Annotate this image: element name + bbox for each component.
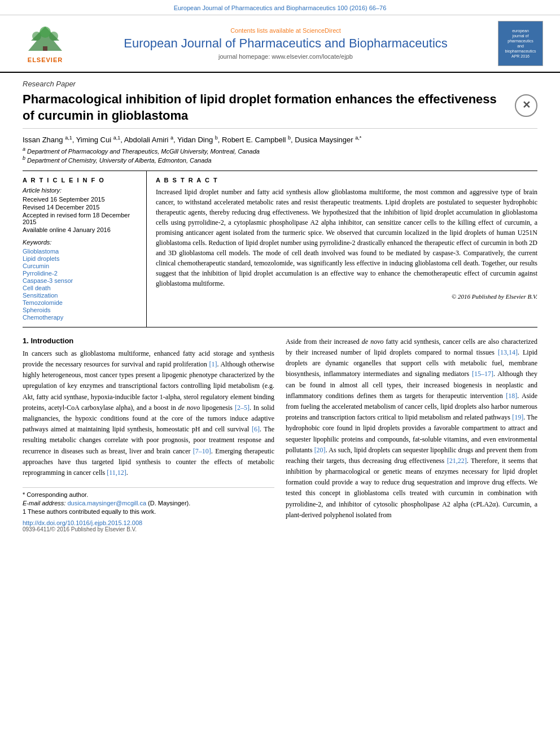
journal-cover-thumbnail: european journal of pharmaceutics and bi… xyxy=(498,21,543,66)
paper-title-text: Pharmacological inhibition of lipid drop… xyxy=(23,91,509,124)
sciencedirect-line: Contents lists available at ScienceDirec… xyxy=(79,27,492,34)
revised-date: Revised 14 December 2015 xyxy=(23,204,139,211)
keyword-3: Curcumin xyxy=(23,263,139,269)
journal-cover-text: european journal of pharmaceutics and bi… xyxy=(504,27,538,61)
email-label: E-mail address: xyxy=(23,500,65,506)
keyword-4: Pyrrolidine-2 xyxy=(23,270,139,277)
intro-paragraph-2: Aside from their increased de novo fatty… xyxy=(286,337,537,521)
ref-15-17[interactable]: [15–17] xyxy=(472,370,493,378)
keyword-8: Temozolomide xyxy=(23,299,139,306)
ref-2-5[interactable]: [2–5] xyxy=(235,404,250,412)
ref-7-10[interactable]: [7–10] xyxy=(193,447,211,455)
intro-section-title: 1. Introduction xyxy=(23,337,274,345)
article-info-heading: A R T I C L E I N F O xyxy=(23,177,139,184)
top-bar: European Journal of Pharmaceutics and Bi… xyxy=(0,0,560,15)
main-body: 1. Introduction In cancers such as gliob… xyxy=(23,337,537,532)
history-label: Article history: xyxy=(23,187,139,194)
ref-20[interactable]: [20] xyxy=(314,446,326,454)
paper-type-label: Research Paper xyxy=(23,80,537,88)
keyword-1: Glioblastoma xyxy=(23,248,139,255)
keyword-9: Spheroids xyxy=(23,307,139,313)
crossmark-badge: ✕ xyxy=(515,94,537,117)
journal-header: ELSEVIER Contents lists available at Sci… xyxy=(0,15,560,73)
keywords-section: Keywords: Glioblastoma Lipid droplets Cu… xyxy=(23,239,139,321)
keywords-label: Keywords: xyxy=(23,239,139,246)
affiliation-b-text: Department of Chemistry, University of A… xyxy=(27,157,211,164)
contents-pre: Contents lists available at xyxy=(230,27,303,34)
affiliation-b: b Department of Chemistry, University of… xyxy=(23,155,537,164)
journal-citation: European Journal of Pharmaceutics and Bi… xyxy=(174,5,387,11)
authors-line: Issan Zhang a,1, Yiming Cui a,1, Abdolal… xyxy=(23,134,537,143)
crossmark-icon: ✕ xyxy=(522,99,531,112)
footnote-corresponding: * Corresponding author. xyxy=(23,491,274,498)
page-wrapper: European Journal of Pharmaceutics and Bi… xyxy=(0,0,560,747)
elsevier-wordmark: ELSEVIER xyxy=(28,56,63,63)
ref-1[interactable]: [1] xyxy=(209,360,217,368)
doi-link[interactable]: http://dx.doi.org/10.1016/j.ejpb.2015.12… xyxy=(23,519,142,526)
ref-18[interactable]: [18] xyxy=(506,392,517,400)
svg-point-5 xyxy=(40,27,51,38)
intro-section-label: Introduction xyxy=(30,337,73,345)
journal-homepage: journal homepage: www.elsevier.com/locat… xyxy=(79,53,492,60)
body-col-right: Aside from their increased de novo fatty… xyxy=(286,337,537,532)
intro-paragraph-1: In cancers such as glioblastoma multifor… xyxy=(23,348,274,478)
keyword-10: Chemotherapy xyxy=(23,314,139,321)
ref-19[interactable]: [19] xyxy=(512,413,523,421)
email-link[interactable]: dusica.maysinger@mcgill.ca xyxy=(67,500,146,506)
svg-rect-2 xyxy=(43,46,47,51)
footer-doi: http://dx.doi.org/10.1016/j.ejpb.2015.12… xyxy=(23,519,274,526)
content-area: Research Paper Pharmacological inhibitio… xyxy=(0,73,560,532)
ref-13-14[interactable]: [13,14] xyxy=(498,348,518,356)
available-date: Available online 4 January 2016 xyxy=(23,226,139,233)
ref-6[interactable]: [6] xyxy=(252,425,260,433)
crossmark-circle: ✕ xyxy=(515,94,537,117)
abstract-text: Increased lipid droplet number and fatty… xyxy=(156,187,537,289)
abstract-panel: A B S T R A C T Increased lipid droplet … xyxy=(147,171,537,327)
journal-cover-area: european journal of pharmaceutics and bi… xyxy=(492,21,549,66)
affiliation-a-text: Department of Pharmacology and Therapeut… xyxy=(27,147,260,154)
elsevier-tree-icon xyxy=(20,24,71,55)
keyword-5: Caspase-3 sensor xyxy=(23,277,139,284)
received-date: Received 16 September 2015 xyxy=(23,196,139,203)
abstract-heading: A B S T R A C T xyxy=(156,177,537,184)
article-info-panel: A R T I C L E I N F O Article history: R… xyxy=(23,171,147,327)
ref-11-12[interactable]: [11,12] xyxy=(107,469,126,477)
article-body: A R T I C L E I N F O Article history: R… xyxy=(23,171,537,327)
footer-copyright: 0939-6411/© 2016 Published by Elsevier B… xyxy=(23,526,274,532)
journal-title-area: Contents lists available at ScienceDirec… xyxy=(79,27,492,60)
sciencedirect-link-text[interactable]: ScienceDirect xyxy=(303,27,341,34)
accepted-date: Accepted in revised form 18 December 201… xyxy=(23,212,139,225)
paper-title-block: Pharmacological inhibition of lipid drop… xyxy=(23,91,537,129)
abstract-copyright: © 2016 Published by Elsevier B.V. xyxy=(156,293,537,300)
footnote-email: E-mail address: dusica.maysinger@mcgill.… xyxy=(23,500,274,506)
affiliation-a: a Department of Pharmacology and Therape… xyxy=(23,146,537,155)
authors-text: Issan Zhang a,1, Yiming Cui a,1, Abdolal… xyxy=(23,136,361,144)
journal-logo-area: ELSEVIER xyxy=(11,24,79,63)
intro-section-number: 1. xyxy=(23,337,29,345)
footnote-equal-contrib: 1 These authors contributed equally to t… xyxy=(23,508,274,515)
ref-21-22[interactable]: [21,22] xyxy=(447,457,467,465)
keyword-2: Lipid droplets xyxy=(23,255,139,262)
keyword-6: Cell death xyxy=(23,285,139,291)
body-col-left: 1. Introduction In cancers such as gliob… xyxy=(23,337,274,532)
journal-name: European Journal of Pharmaceutics and Bi… xyxy=(79,36,492,51)
keyword-7: Sensitization xyxy=(23,292,139,299)
footnote-section: * Corresponding author. E-mail address: … xyxy=(23,487,274,515)
